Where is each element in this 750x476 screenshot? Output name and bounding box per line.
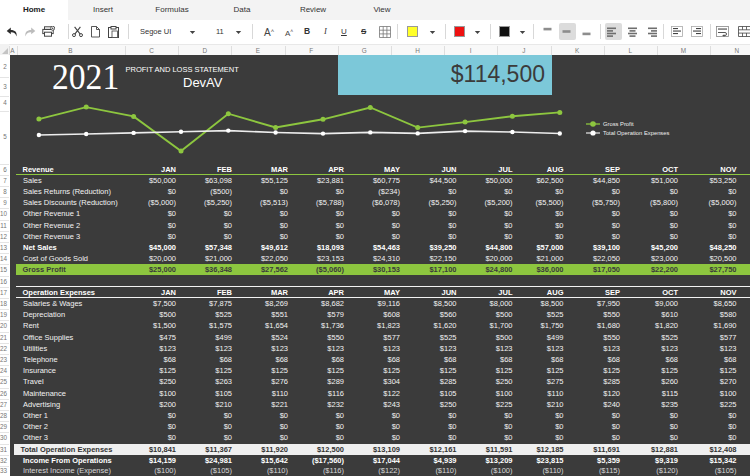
svg-text:Gross Profit: Gross Profit bbox=[603, 121, 634, 127]
svg-text:Total Operation Expenses: Total Operation Expenses bbox=[603, 130, 669, 136]
